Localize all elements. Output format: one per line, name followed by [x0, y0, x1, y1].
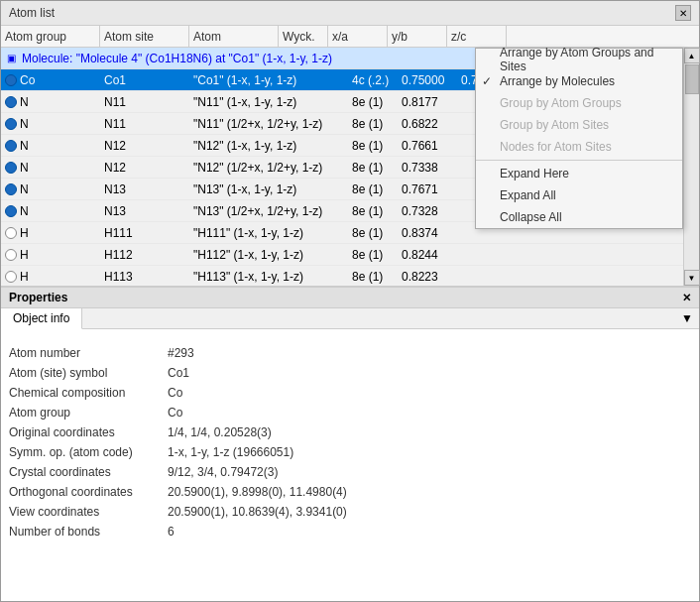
property-label: Atom (site) symbol	[9, 365, 168, 381]
cell-atom-group: N	[1, 113, 100, 134]
cell-xa: 0.75000	[398, 69, 457, 90]
cell-wyck: 8e (1)	[348, 157, 398, 178]
property-value: Co	[168, 385, 182, 401]
cell-atom: "N11" (1/2+x, 1/2+y, 1-z)	[189, 113, 348, 134]
properties-tabs: Object info ▼	[1, 308, 699, 329]
col-header-zc: z/c	[447, 26, 507, 47]
scroll-down-arrow[interactable]: ▼	[684, 270, 700, 286]
scroll-thumb[interactable]	[685, 64, 699, 94]
col-header-yb: y/b	[388, 26, 447, 47]
cell-atom: "Co1" (1-x, 1-y, 1-z)	[189, 69, 348, 90]
col-header-atom-site: Atom site	[100, 26, 189, 47]
atom-indicator	[5, 183, 17, 195]
property-label: Orthogonal coordinates	[9, 484, 168, 500]
cell-xa: 0.7328	[398, 200, 457, 221]
menu-item: Group by Atom Sites	[476, 114, 682, 136]
cell-atom-group: N	[1, 200, 100, 221]
atom-indicator	[5, 162, 17, 174]
cell-atom-site: N12	[100, 135, 189, 156]
cell-wyck: 8e (1)	[348, 200, 398, 221]
cell-xa: 0.8374	[398, 222, 457, 243]
properties-header: Properties ✕	[1, 288, 699, 308]
atom-indicator	[5, 227, 17, 239]
cell-xa: 0.8244	[398, 244, 457, 265]
cell-wyck: 8e (1)	[348, 244, 398, 265]
window-title: Atom list	[9, 6, 55, 20]
cell-xa: 0.7338	[398, 157, 457, 178]
cell-atom: "N11" (1-x, 1-y, 1-z)	[189, 91, 348, 112]
cell-wyck: 8e (1)	[348, 179, 398, 199]
vertical-scrollbar[interactable]: ▲ ▼	[683, 48, 699, 286]
cell-atom-site: N11	[100, 91, 189, 112]
col-header-xa: x/a	[328, 26, 388, 47]
property-label: View coordinates	[9, 504, 168, 520]
property-label: Symm. op. (atom code)	[9, 444, 168, 460]
atom-indicator	[5, 249, 17, 261]
property-value: 20.5900(1), 10.8639(4), 3.9341(0)	[168, 504, 347, 520]
property-label: Chemical composition	[9, 385, 168, 401]
cell-yb	[457, 244, 517, 265]
property-value: 9/12, 3/4, 0.79472(3)	[168, 464, 278, 480]
property-value: Co1	[168, 365, 189, 381]
cell-xa: 0.7661	[398, 135, 457, 156]
atom-indicator	[5, 96, 17, 108]
tab-object-info[interactable]: Object info	[1, 308, 82, 329]
cell-wyck: 8e (1)	[348, 113, 398, 134]
property-label: Crystal coordinates	[9, 464, 168, 480]
cell-atom: "N12" (1-x, 1-y, 1-z)	[189, 135, 348, 156]
scroll-up-arrow[interactable]: ▲	[684, 48, 700, 63]
menu-item[interactable]: Expand All	[476, 184, 682, 206]
cell-atom: "H112" (1-x, 1-y, 1-z)	[189, 244, 348, 265]
property-value: 1/4, 1/4, 0.20528(3)	[168, 424, 272, 440]
cell-xa: 0.7671	[398, 179, 457, 199]
cell-atom-group: N	[1, 91, 100, 112]
title-bar: Atom list ✕	[1, 1, 699, 26]
cell-atom-site: N12	[100, 157, 189, 178]
cell-atom: "N13" (1-x, 1-y, 1-z)	[189, 179, 348, 199]
tab-dropdown-arrow[interactable]: ▼	[675, 308, 699, 328]
property-row: Chemical compositionCo	[9, 385, 691, 403]
atom-indicator	[5, 271, 17, 283]
table-row[interactable]: HH112"H112" (1-x, 1-y, 1-z)8e (1)0.8244	[1, 244, 699, 266]
property-value: #293	[168, 345, 194, 361]
cell-zc	[517, 266, 576, 286]
atom-indicator	[5, 74, 17, 86]
menu-item[interactable]: Arrange by Atom Groups and Sites	[476, 49, 682, 70]
property-value: 6	[168, 524, 175, 540]
cell-wyck: 8e (1)	[348, 91, 398, 112]
cell-atom-group: H	[1, 244, 100, 265]
menu-divider	[476, 160, 682, 161]
col-header-wyck: Wyck.	[279, 26, 328, 47]
menu-item[interactable]: Expand Here	[476, 163, 682, 184]
cell-atom-group: Co	[1, 69, 100, 90]
property-row: Symm. op. (atom code)1-x, 1-y, 1-z (1966…	[9, 444, 691, 462]
property-row: Number of bonds6	[9, 524, 691, 542]
scroll-track[interactable]	[684, 63, 699, 270]
property-value: 20.5900(1), 9.8998(0), 11.4980(4)	[168, 484, 347, 500]
properties-panel: Properties ✕ Object info ▼ Atom number#2…	[1, 286, 699, 601]
cell-yb	[457, 266, 517, 286]
cell-atom-site: H112	[100, 244, 189, 265]
cell-wyck: 8e (1)	[348, 135, 398, 156]
cell-atom: "N13" (1/2+x, 1/2+y, 1-z)	[189, 200, 348, 221]
cell-wyck: 8e (1)	[348, 266, 398, 286]
window-close-button[interactable]: ✕	[675, 5, 691, 21]
cell-atom-site: N13	[100, 179, 189, 199]
cell-atom-group: N	[1, 157, 100, 178]
atom-indicator	[5, 118, 17, 130]
property-row: Original coordinates1/4, 1/4, 0.20528(3)	[9, 424, 691, 442]
menu-item[interactable]: Collapse All	[476, 206, 682, 228]
atom-list-window: Atom list ✕ Atom group Atom site Atom Wy…	[0, 0, 700, 602]
table-row[interactable]: HH113"H113" (1-x, 1-y, 1-z)8e (1)0.8223	[1, 266, 699, 286]
property-row: View coordinates20.5900(1), 10.8639(4), …	[9, 504, 691, 522]
property-label: Atom number	[9, 345, 168, 361]
cell-atom-group: N	[1, 135, 100, 156]
property-row: Crystal coordinates9/12, 3/4, 0.79472(3)	[9, 464, 691, 482]
menu-item[interactable]: Arrange by Molecules	[476, 70, 682, 92]
cell-atom-site: Co1	[100, 69, 189, 90]
properties-content: Atom number#293Atom (site) symbolCo1Chem…	[1, 329, 699, 601]
cell-atom-site: N13	[100, 200, 189, 221]
properties-close-button[interactable]: ✕	[682, 292, 691, 304]
property-value: 1-x, 1-y, 1-z (19666051)	[168, 444, 293, 460]
cell-atom: "H113" (1-x, 1-y, 1-z)	[189, 266, 348, 286]
